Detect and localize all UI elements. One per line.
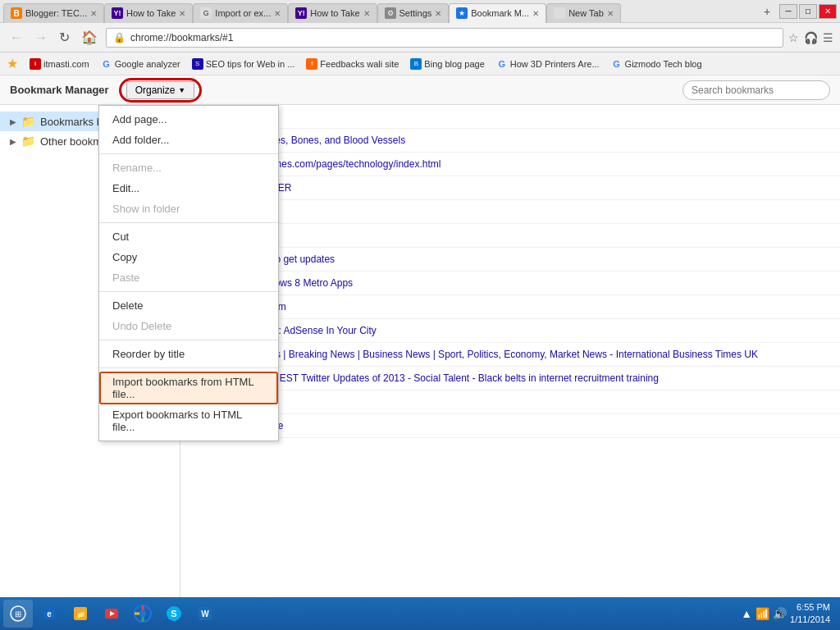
- menu-item-add_folder[interactable]: Add folder...: [99, 130, 278, 150]
- bookmarks-bar-item[interactable]: iitmasti.com: [26, 57, 93, 71]
- tab-close-icon[interactable]: ✕: [435, 9, 441, 18]
- new-tab-button[interactable]: +: [758, 3, 776, 20]
- bookmark-row[interactable]: B SEO BLOG: [180, 390, 840, 414]
- bookmark-manager-header: Bookmark Manager Organize Add page...Add…: [0, 75, 840, 105]
- svg-text:S: S: [171, 609, 176, 619]
- tab-tab2[interactable]: Y!How to Take✕: [104, 3, 193, 23]
- favicon-icon: G: [200, 7, 212, 19]
- tab-tab4[interactable]: Y!How to Take✕: [288, 3, 377, 23]
- menu-item-edit[interactable]: Edit...: [99, 178, 278, 199]
- forward-button[interactable]: →: [31, 29, 51, 47]
- headphones-icon[interactable]: 🎧: [804, 31, 818, 44]
- favicon-icon: [554, 7, 565, 19]
- bookmark-row[interactable]: ● edu: [180, 105, 840, 129]
- tab-tab5[interactable]: ⚙Settings✕: [377, 3, 450, 23]
- bookmark-title: Sociamarker.com: [210, 301, 830, 313]
- tab-tab1[interactable]: BBlogger: TEC...✕: [3, 3, 104, 23]
- tab-close-icon[interactable]: ✕: [274, 9, 281, 18]
- bookmark-row[interactable]: ● http://www.nytimes.com/pages/technolog…: [180, 153, 840, 176]
- favicon-icon: i: [30, 58, 41, 70]
- bookmark-title: The Best Windows 8 Metro Apps: [210, 277, 830, 289]
- explorer-icon[interactable]: 📁: [66, 600, 95, 628]
- system-tray: ▲ 📶 🔊 6:55 PM 1/11/2014: [734, 601, 837, 627]
- bookmark-title: ranking Out Eyes, Bones, and Blood Vesse…: [210, 135, 830, 146]
- home-button[interactable]: 🏠: [78, 28, 101, 47]
- menu-item-export[interactable]: Export bookmarks to HTML file...: [99, 404, 278, 437]
- bookmark-row[interactable]: B Inside AdSense: AdSense In Your City: [180, 319, 840, 343]
- chrome-icon[interactable]: [128, 600, 158, 628]
- bookmark-title: SEO BLOG: [210, 396, 830, 408]
- folder-icon: 📁: [21, 115, 35, 128]
- bookmark-row[interactable]: ● s - s: [180, 200, 840, 224]
- favicon-icon: S: [192, 58, 203, 70]
- menu-item-cut[interactable]: Cut: [99, 226, 278, 247]
- maximize-button[interactable]: □: [799, 4, 817, 19]
- favicon-icon: Y!: [112, 7, 123, 19]
- reload-button[interactable]: ↻: [56, 28, 73, 47]
- menu-item-import[interactable]: Import bookmarks from HTML file...: [99, 372, 278, 404]
- organize-button[interactable]: Organize: [126, 81, 195, 99]
- bookmark-row[interactable]: ibt Latest UK News | Breaking News | Bus…: [180, 343, 840, 367]
- bookmarks-bar-item[interactable]: fFeedbacks wali site: [303, 57, 402, 71]
- bookmark-row[interactable]: ● Tajweed practice: [180, 414, 840, 438]
- bookmarks-bar-item[interactable]: GHow 3D Printers Are...: [493, 57, 603, 71]
- tab-title: How to Take: [310, 8, 359, 18]
- bookmark-row[interactable]: W Site for TIPS: [180, 224, 840, 248]
- word-icon[interactable]: W: [190, 600, 220, 628]
- menu-item-add_page[interactable]: Add page...: [99, 109, 278, 130]
- tab-close-icon[interactable]: ✕: [363, 9, 370, 18]
- skype-icon[interactable]: S: [159, 600, 189, 628]
- media-icon[interactable]: [97, 600, 126, 628]
- address-bar[interactable]: 🔒 chrome://bookmarks/#1: [106, 28, 783, 48]
- bookmark-row[interactable]: B Adsense blog to get updates: [180, 248, 840, 272]
- menu-item-paste: Paste: [99, 267, 278, 288]
- start-button[interactable]: ⊞: [3, 600, 33, 628]
- bookmarks-bar-item[interactable]: GGoogle analyzer: [98, 57, 184, 71]
- bookmark-row[interactable]: ● ranking Out Eyes, Bones, and Blood Ves…: [180, 129, 840, 153]
- menu-item-reorder_title[interactable]: Reorder by title: [99, 344, 278, 364]
- menu-item-copy[interactable]: Copy: [99, 247, 278, 267]
- search-input[interactable]: [682, 80, 830, 100]
- bookmark-title: edu: [210, 111, 830, 122]
- favicon-icon: B: [11, 7, 22, 19]
- tab-close-icon[interactable]: ✕: [90, 9, 97, 18]
- ie-icon[interactable]: e: [34, 600, 64, 628]
- favicon-icon: B: [410, 58, 422, 70]
- close-button[interactable]: ✕: [819, 4, 837, 19]
- back-button[interactable]: ←: [7, 29, 26, 47]
- bookmark-row[interactable]: ☆ 6 Biggest and BEST Twitter Updates of …: [180, 367, 840, 390]
- minimize-button[interactable]: ─: [779, 4, 797, 19]
- bookmarks-bar-item-label: Google analyzer: [115, 59, 180, 69]
- tree-arrow-icon: ▶: [10, 137, 16, 146]
- menu-item-delete[interactable]: Delete: [99, 295, 278, 316]
- bookmarks-bar-item[interactable]: GGizmodo Tech blog: [608, 57, 705, 71]
- bookmarks-bar-item-label: Gizmodo Tech blog: [625, 59, 702, 69]
- favicon-icon: G: [101, 58, 112, 70]
- tab-tab7[interactable]: New Tab✕: [546, 3, 621, 23]
- tab-title: How to Take: [126, 8, 176, 18]
- tab-tab3[interactable]: GImport or ex...✕: [193, 3, 288, 23]
- tab-title: New Tab: [568, 8, 604, 18]
- bookmarks-star-icon[interactable]: ★: [7, 56, 18, 71]
- tab-close-icon[interactable]: ✕: [607, 9, 614, 18]
- svg-text:e: e: [47, 609, 52, 619]
- bookmarks-bar-item[interactable]: BBing blog page: [407, 57, 487, 71]
- bookmark-title: Inside AdSense: AdSense In Your City: [210, 325, 830, 336]
- volume-icon[interactable]: 🔊: [773, 607, 787, 620]
- bookmark-star-nav-icon[interactable]: ☆: [788, 31, 799, 44]
- menu-item-rename: Rename...: [99, 158, 278, 178]
- tab-close-icon[interactable]: ✕: [179, 9, 185, 18]
- bookmarks-bar-item[interactable]: SSEO tips for Web in ...: [189, 57, 299, 71]
- bookmark-row[interactable]: 👤 Sociamarker.com: [180, 295, 840, 319]
- menu-separator: [99, 153, 278, 154]
- menu-icon[interactable]: ☰: [823, 31, 833, 44]
- bookmark-row[interactable]: B S FOR BLOGGER: [180, 176, 840, 200]
- network-icon[interactable]: 📶: [756, 607, 769, 620]
- tab-close-icon[interactable]: ✕: [532, 9, 539, 18]
- bookmark-row[interactable]: m The Best Windows 8 Metro Apps: [180, 272, 840, 295]
- tabs-area: BBlogger: TEC...✕Y!How to Take✕GImport o…: [3, 0, 758, 23]
- tab-tab6[interactable]: ★Bookmark M...✕: [449, 3, 546, 23]
- tab-title: Import or ex...: [215, 8, 271, 18]
- bookmark-title: Adsense blog to get updates: [210, 253, 830, 265]
- tray-up-icon[interactable]: ▲: [741, 607, 752, 620]
